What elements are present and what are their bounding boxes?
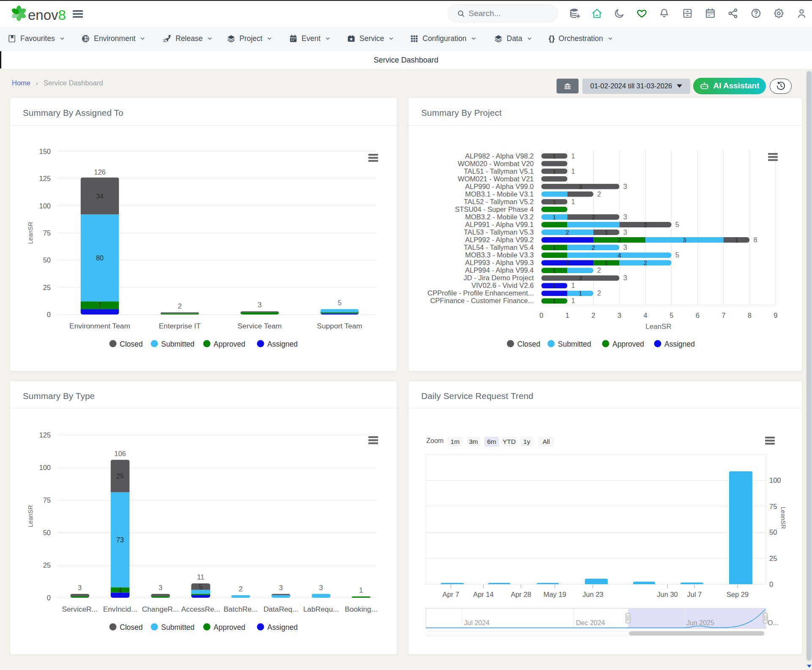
svg-text:25: 25 — [43, 284, 51, 291]
svg-text:2: 2 — [644, 259, 647, 266]
svg-text:2: 2 — [565, 229, 569, 236]
svg-text:3: 3 — [78, 584, 82, 591]
svg-text:1: 1 — [359, 586, 363, 594]
svg-text:1: 1 — [553, 282, 556, 289]
svg-text:MOB3.1 - Mobile V3.1: MOB3.1 - Mobile V3.1 — [465, 190, 534, 198]
svg-text:Jun 23: Jun 23 — [582, 591, 604, 598]
svg-text:LeanSR: LeanSR — [27, 505, 34, 527]
svg-text:2: 2 — [565, 259, 569, 266]
svg-text:1: 1 — [553, 168, 556, 175]
svg-text:TAL52 - Tallyman V5.2: TAL52 - Tallyman V5.2 — [464, 198, 534, 205]
svg-text:TAL53 - Tallyman V5.3: TAL53 - Tallyman V5.3 — [464, 228, 534, 236]
svg-text:Apr 7: Apr 7 — [442, 591, 459, 598]
svg-text:Jun 2025: Jun 2025 — [686, 619, 714, 626]
svg-text:1: 1 — [553, 153, 556, 160]
svg-text:100: 100 — [769, 476, 781, 484]
svg-text:1y: 1y — [523, 438, 530, 445]
svg-text:JD - Jira Demo Project: JD - Jira Demo Project — [464, 274, 534, 282]
svg-text:5: 5 — [675, 221, 679, 228]
svg-text:Submitted: Submitted — [558, 340, 591, 348]
svg-text:3: 3 — [623, 274, 627, 282]
svg-text:3: 3 — [683, 236, 686, 243]
svg-text:5: 5 — [675, 251, 679, 259]
svg-text:100: 100 — [39, 464, 51, 471]
svg-text:3: 3 — [258, 301, 261, 309]
svg-text:1: 1 — [565, 312, 569, 319]
svg-text:3: 3 — [579, 274, 582, 282]
svg-text:2: 2 — [597, 266, 601, 274]
svg-text:50: 50 — [769, 528, 777, 536]
svg-text:STSU04 - Super Phase 4: STSU04 - Super Phase 4 — [455, 205, 534, 213]
svg-text:2: 2 — [597, 289, 601, 297]
svg-text:3: 3 — [159, 584, 162, 591]
svg-text:2: 2 — [592, 244, 595, 251]
svg-text:Zoom: Zoom — [426, 437, 444, 444]
svg-text:ALP993 - Alpha V99.3: ALP993 - Alpha V99.3 — [465, 259, 534, 266]
svg-text:5: 5 — [199, 583, 203, 591]
svg-text:1: 1 — [571, 198, 575, 205]
svg-text:LeanSR: LeanSR — [645, 323, 671, 331]
svg-text:Service Team: Service Team — [238, 322, 282, 330]
svg-text:1: 1 — [553, 297, 556, 304]
svg-text:TAL51 - Tallyman V5.1: TAL51 - Tallyman V5.1 — [464, 167, 534, 175]
svg-text:100: 100 — [39, 202, 51, 210]
svg-text:ChangeR...: ChangeR... — [142, 605, 179, 613]
svg-text:0: 0 — [769, 580, 773, 588]
svg-text:1: 1 — [571, 282, 575, 289]
svg-text:3: 3 — [279, 584, 283, 591]
svg-text:0: 0 — [47, 594, 51, 602]
svg-text:MOB3.2 - Mobile V3.2: MOB3.2 - Mobile V3.2 — [465, 213, 534, 221]
svg-text:50: 50 — [43, 529, 51, 536]
svg-text:1: 1 — [553, 198, 556, 205]
svg-text:Assigned: Assigned — [664, 340, 695, 348]
svg-text:Apr 14: Apr 14 — [473, 591, 494, 598]
svg-text:Booking...: Booking... — [345, 605, 377, 613]
svg-text:2: 2 — [178, 302, 181, 310]
svg-text:Environment Team: Environment Team — [69, 322, 130, 330]
svg-text:YTD: YTD — [503, 438, 516, 445]
svg-text:MOB3.3 - Mobile V3.3: MOB3.3 - Mobile V3.3 — [465, 251, 534, 259]
svg-text:5: 5 — [669, 312, 673, 319]
svg-text:Jul 7: Jul 7 — [687, 591, 702, 598]
svg-text:1: 1 — [735, 236, 738, 243]
svg-text:106: 106 — [114, 450, 126, 457]
svg-text:25: 25 — [769, 555, 777, 562]
svg-text:DataReq...: DataReq... — [263, 605, 299, 613]
svg-text:Jul 2024: Jul 2024 — [464, 619, 490, 626]
svg-text:1: 1 — [571, 152, 575, 160]
svg-text:3: 3 — [617, 312, 621, 319]
svg-text:VIV02.6 - Vivid V2.6: VIV02.6 - Vivid V2.6 — [472, 282, 534, 289]
svg-text:Approved: Approved — [214, 340, 245, 348]
svg-text:WOM021 - Wombat V21: WOM021 - Wombat V21 — [458, 175, 534, 183]
svg-text:Support Team: Support Team — [317, 322, 362, 330]
svg-text:7: 7 — [98, 302, 102, 309]
svg-text:1: 1 — [553, 213, 556, 221]
svg-text:1: 1 — [605, 229, 608, 236]
svg-text:4: 4 — [644, 312, 647, 319]
svg-text:25: 25 — [43, 561, 51, 569]
svg-text:2: 2 — [597, 190, 601, 198]
svg-text:Approved: Approved — [612, 340, 644, 348]
svg-text:126: 126 — [94, 168, 106, 176]
svg-text:CPFinance - Customer Finance..: CPFinance - Customer Finance... — [430, 297, 534, 304]
svg-text:34: 34 — [96, 193, 104, 200]
svg-text:Assigned: Assigned — [267, 623, 298, 632]
svg-text:WOM020 - Wombat V20: WOM020 - Wombat V20 — [458, 160, 534, 167]
svg-text:Closed: Closed — [120, 340, 143, 348]
svg-text:1: 1 — [571, 167, 575, 175]
svg-text:75: 75 — [43, 229, 51, 237]
svg-text:2: 2 — [239, 585, 243, 593]
svg-text:Closed: Closed — [120, 623, 143, 632]
svg-text:11: 11 — [197, 573, 204, 581]
svg-text:3m: 3m — [469, 438, 478, 445]
svg-text:AccessRe...: AccessRe... — [181, 605, 220, 613]
svg-text:LabRequ...: LabRequ... — [303, 605, 339, 613]
svg-text:BatchRe...: BatchRe... — [224, 605, 258, 613]
svg-text:7: 7 — [721, 312, 725, 319]
svg-text:ALP991 - Alpha V99.1: ALP991 - Alpha V99.1 — [465, 221, 534, 228]
svg-text:2: 2 — [592, 213, 595, 221]
svg-text:1: 1 — [571, 297, 575, 304]
svg-text:3: 3 — [579, 183, 582, 190]
svg-text:73: 73 — [116, 536, 124, 544]
svg-text:Jun 30: Jun 30 — [657, 591, 678, 598]
